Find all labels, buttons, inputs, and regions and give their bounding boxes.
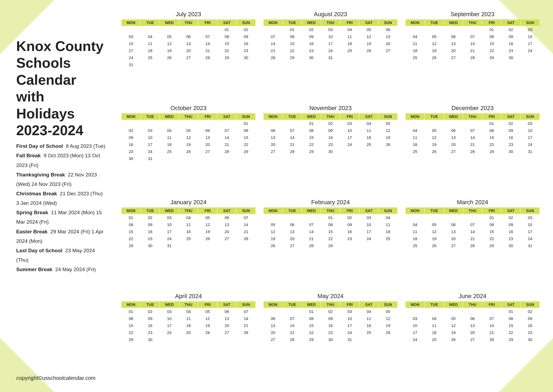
month-title: October 2023 — [122, 105, 255, 112]
day-cell: 22 — [482, 47, 501, 54]
day-header: SUN — [237, 207, 255, 214]
day-cell: 24 — [521, 47, 539, 54]
day-cell: 02 — [141, 308, 160, 315]
day-cell: 21 — [217, 141, 236, 148]
empty-cell — [283, 214, 302, 221]
day-cell: 07 — [283, 127, 302, 134]
month-title: June 2024 — [406, 293, 539, 300]
day-cell: 30 — [141, 242, 160, 249]
day-cell: 02 — [501, 26, 520, 33]
day-header: THU — [463, 113, 482, 120]
day-cell: 01 — [283, 26, 302, 33]
day-header: TUE — [141, 19, 160, 26]
day-cell: 27 — [444, 242, 463, 249]
empty-cell — [283, 308, 302, 315]
empty-cell — [463, 308, 482, 315]
day-header: WED — [302, 207, 321, 214]
day-header: THU — [179, 113, 198, 120]
day-cell: 07 — [217, 127, 236, 134]
empty-cell — [141, 26, 160, 33]
day-header: WED — [444, 301, 463, 308]
day-header: TUE — [283, 19, 302, 26]
empty-cell — [444, 120, 463, 127]
day-cell: 29 — [237, 148, 255, 155]
day-cell: 30 — [501, 242, 520, 249]
day-cell: 14 — [217, 134, 236, 141]
day-cell: 01 — [302, 120, 321, 127]
day-cell: 26 — [379, 329, 397, 336]
empty-cell — [444, 26, 463, 33]
day-cell: 19 — [379, 134, 397, 141]
holiday-info-row: Spring Break 11 Mar 2024 (Mon) 15 Mar 20… — [16, 208, 105, 227]
day-cell: 26 — [264, 242, 282, 249]
day-cell: 07 — [237, 308, 255, 315]
empty-cell — [160, 26, 179, 33]
calendar-grid: MONTUEWEDTHUFRISATSUN0102030405060708091… — [264, 113, 397, 155]
day-cell: 18 — [406, 141, 424, 148]
day-header: WED — [444, 207, 463, 214]
calendar-grid: MONTUEWEDTHUFRISATSUN0102030405060708091… — [406, 19, 539, 61]
day-cell: 04 — [359, 308, 378, 315]
empty-cell — [283, 120, 302, 127]
day-header: SAT — [359, 301, 378, 308]
empty-cell — [302, 214, 321, 221]
calendar-row: January 2024MONTUEWEDTHUFRISATSUN0102030… — [122, 199, 539, 287]
day-cell: 13 — [463, 322, 482, 329]
day-header: SUN — [379, 113, 397, 120]
day-cell: 02 — [237, 26, 255, 33]
day-cell: 10 — [406, 322, 424, 329]
day-cell: 23 — [302, 47, 321, 54]
day-header: SUN — [521, 301, 539, 308]
day-cell: 29 — [321, 242, 340, 249]
day-header: SAT — [501, 113, 520, 120]
day-cell: 17 — [521, 228, 539, 235]
day-cell: 16 — [321, 322, 340, 329]
month-title: May 2024 — [264, 293, 397, 300]
calendar-row: July 2023MONTUEWEDTHUFRISATSUN0102030405… — [122, 11, 539, 99]
day-cell: 25 — [425, 336, 444, 343]
day-header: THU — [321, 19, 340, 26]
day-cell: 21 — [283, 329, 302, 336]
day-cell: 31 — [321, 54, 340, 61]
day-header: WED — [160, 113, 179, 120]
day-header: THU — [179, 207, 198, 214]
day-cell: 02 — [521, 308, 539, 315]
day-cell: 04 — [179, 214, 198, 221]
day-cell: 09 — [122, 134, 140, 141]
day-header: SUN — [379, 19, 397, 26]
day-header: WED — [160, 207, 179, 214]
day-cell: 02 — [501, 120, 520, 127]
day-cell: 11 — [359, 315, 378, 322]
day-cell: 22 — [482, 141, 501, 148]
day-header: FRI — [340, 301, 359, 308]
day-cell: 26 — [379, 141, 397, 148]
day-cell: 26 — [425, 242, 444, 249]
day-cell: 12 — [359, 33, 378, 40]
day-cell: 11 — [406, 228, 424, 235]
day-cell: 17 — [160, 322, 179, 329]
day-cell: 28 — [463, 148, 482, 155]
day-cell: 06 — [283, 221, 302, 228]
day-cell: 24 — [321, 47, 340, 54]
calendar-month: June 2024MONTUEWEDTHUFRISATSUN0102030405… — [406, 293, 539, 381]
day-cell: 07 — [302, 221, 321, 228]
day-cell: 21 — [283, 141, 302, 148]
day-cell: 24 — [521, 235, 539, 242]
day-cell: 17 — [160, 228, 179, 235]
day-cell: 03 — [521, 26, 539, 33]
day-cell: 24 — [359, 235, 378, 242]
day-cell: 26 — [179, 148, 198, 155]
day-cell: 31 — [160, 242, 179, 249]
day-cell: 11 — [179, 315, 198, 322]
day-cell: 23 — [321, 329, 340, 336]
day-cell: 30 — [321, 148, 340, 155]
day-header: SAT — [359, 19, 378, 26]
holiday-info-row: Thanksgiving Break 22 Nov 2023 (Wed) 24 … — [16, 170, 105, 189]
day-cell: 27 — [444, 54, 463, 61]
day-cell: 05 — [179, 127, 198, 134]
day-cell: 25 — [359, 141, 378, 148]
empty-cell — [160, 120, 179, 127]
day-cell: 10 — [141, 134, 160, 141]
empty-cell — [179, 26, 198, 33]
day-header: FRI — [198, 19, 217, 26]
